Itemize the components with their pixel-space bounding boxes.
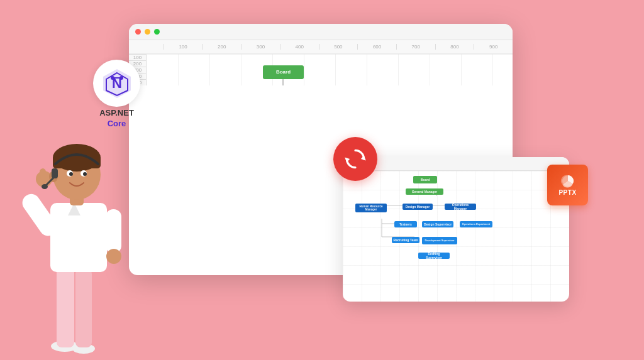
- snode-hr: Human Resource Manager: [355, 204, 387, 212]
- svg-rect-19: [53, 156, 101, 168]
- panel-header: [129, 24, 513, 40]
- expand-dot: [154, 29, 160, 35]
- snode-drafting-sup: Drafting Supervisor: [418, 253, 450, 259]
- snode-trainers: Trainers: [394, 221, 417, 227]
- pptx-preview-panel: Board General Manager Human Resource Man…: [343, 157, 569, 302]
- snode-board: Board: [413, 176, 437, 183]
- svg-rect-21: [52, 168, 58, 178]
- node-board: Board: [263, 65, 304, 79]
- secondary-connectors: [349, 177, 563, 295]
- convert-button[interactable]: [333, 137, 377, 181]
- asp-label: ASP.NET: [99, 108, 134, 117]
- ruler-marks: 100 200 300 400 500 600 700 800 900: [146, 44, 513, 50]
- svg-rect-14: [106, 209, 121, 253]
- snode-om: Operations Manager: [445, 204, 476, 210]
- minimize-dot: [145, 29, 150, 35]
- snode-dev-sup: Development Supervisor: [422, 237, 457, 244]
- pptx-badge: PPTX: [547, 165, 594, 212]
- close-dot: [135, 29, 141, 35]
- panel-body: 100 200 300 400 500: [129, 54, 513, 85]
- svg-point-25: [69, 172, 73, 176]
- svg-point-26: [83, 172, 87, 176]
- aspnet-text: ASP.NET Core: [99, 108, 134, 129]
- svg-rect-8: [57, 266, 74, 347]
- ruler-mark-400: 400: [280, 44, 319, 50]
- secondary-chart-area: Board General Manager Human Resource Man…: [343, 171, 569, 302]
- pptx-label: PPTX: [558, 189, 576, 196]
- chart-area: Board General Manager Human Resource Man…: [147, 54, 513, 85]
- ruler-mark-900: 900: [474, 44, 513, 50]
- ruler-mark-800: 800: [435, 44, 474, 50]
- top-ruler: 100 200 300 400 500 600 700 800 900: [129, 40, 513, 54]
- core-label: Core: [108, 119, 126, 128]
- chart-connectors: [147, 54, 513, 85]
- aspnet-logo: N ASP.NET Core: [93, 60, 140, 129]
- pptx-icon: PPTX: [547, 165, 588, 205]
- aspnet-icon: N: [101, 68, 133, 99]
- snode-recruiting: Recruiting Team: [392, 237, 419, 243]
- snode-design-sup: Design Supervisor: [422, 221, 453, 227]
- snode-ops-dept: Operations Department: [460, 221, 492, 227]
- snode-gm: General Manager: [406, 188, 443, 195]
- aspnet-circle: N: [93, 60, 140, 107]
- snode-dm: Design Manager: [402, 204, 433, 210]
- sync-icon: [343, 146, 368, 172]
- ruler-mark-700: 700: [396, 44, 435, 50]
- ruler-mark-300: 300: [241, 44, 280, 50]
- pptx-chart-icon: [559, 174, 577, 188]
- ruler-mark-500: 500: [319, 44, 358, 50]
- ruler-mark-200: 200: [202, 44, 241, 50]
- svg-rect-9: [75, 269, 92, 347]
- svg-point-15: [106, 249, 121, 264]
- ruler-mark-100: 100: [164, 44, 203, 50]
- ruler-mark-600: 600: [357, 44, 396, 50]
- svg-point-22: [42, 184, 48, 189]
